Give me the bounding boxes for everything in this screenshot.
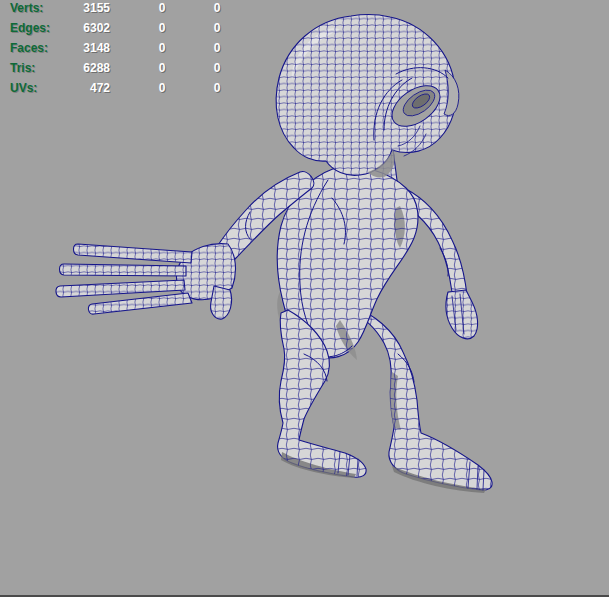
verts-extra: 0 bbox=[201, 1, 233, 15]
faces-extra: 0 bbox=[201, 41, 233, 55]
faces-label: Faces: bbox=[10, 41, 48, 55]
uvs-selected: 0 bbox=[146, 81, 178, 95]
tris-selected: 0 bbox=[146, 61, 178, 75]
edges-selected: 0 bbox=[146, 21, 178, 35]
hud-row-uvs: UVs: 472 0 0 bbox=[0, 81, 280, 95]
edges-extra: 0 bbox=[201, 21, 233, 35]
viewport-window[interactable]: Verts: 3155 0 0 Edges: 6302 0 0 Faces: 3… bbox=[0, 0, 609, 597]
faces-count: 3148 bbox=[54, 41, 110, 55]
tris-label: Tris: bbox=[10, 61, 35, 75]
edges-label: Edges: bbox=[10, 21, 50, 35]
hud-row-tris: Tris: 6288 0 0 bbox=[0, 61, 280, 75]
hud-row-edges: Edges: 6302 0 0 bbox=[0, 21, 280, 35]
verts-count: 3155 bbox=[54, 1, 110, 15]
uvs-label: UVs: bbox=[10, 81, 37, 95]
near-hand bbox=[56, 244, 236, 319]
tris-extra: 0 bbox=[201, 61, 233, 75]
faces-selected: 0 bbox=[146, 41, 178, 55]
hud-row-faces: Faces: 3148 0 0 bbox=[0, 41, 280, 55]
verts-selected: 0 bbox=[146, 1, 178, 15]
edges-count: 6302 bbox=[54, 21, 110, 35]
verts-label: Verts: bbox=[10, 1, 43, 15]
uvs-count: 472 bbox=[54, 81, 110, 95]
heads-up-display: Verts: 3155 0 0 Edges: 6302 0 0 Faces: 3… bbox=[0, 0, 280, 100]
uvs-extra: 0 bbox=[201, 81, 233, 95]
tris-count: 6288 bbox=[54, 61, 110, 75]
head bbox=[276, 15, 459, 178]
far-hand bbox=[446, 290, 478, 339]
hud-row-verts: Verts: 3155 0 0 bbox=[0, 1, 280, 15]
